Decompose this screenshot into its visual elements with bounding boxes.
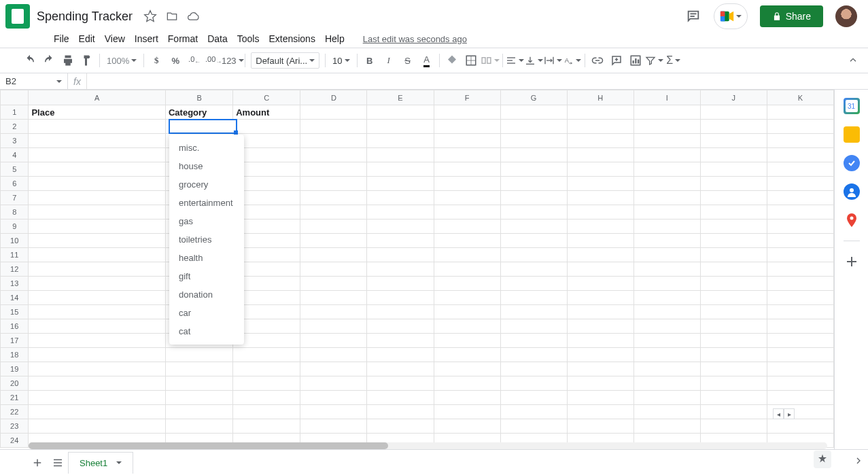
row-header[interactable]: 20 [1,376,29,391]
strikethrough-button[interactable]: S [398,51,417,70]
cell[interactable]: Amount [233,105,300,120]
meet-button[interactable] [714,3,748,29]
cell[interactable] [29,391,166,405]
dropdown-option[interactable]: car [169,304,244,322]
cell[interactable] [700,162,767,177]
sheets-logo[interactable] [5,4,30,29]
cell[interactable] [633,191,700,205]
cell[interactable] [300,205,367,219]
cell[interactable] [29,277,166,291]
zoom-select[interactable]: 100% [103,56,141,66]
cell[interactable] [300,305,367,319]
cell[interactable] [767,205,833,219]
row-header[interactable]: 18 [1,348,29,362]
sheet-tab-menu-icon[interactable] [114,461,122,464]
cell[interactable] [29,248,166,262]
column-header[interactable]: J [700,90,767,105]
cell[interactable] [500,305,567,319]
cell[interactable] [767,362,833,376]
cell[interactable] [29,205,166,219]
cell[interactable] [500,376,567,391]
cell[interactable] [633,248,700,262]
cell[interactable] [633,219,700,234]
cell[interactable] [767,305,833,319]
dropdown-option[interactable]: misc. [169,139,244,157]
cell[interactable] [767,348,833,362]
cell[interactable] [29,291,166,305]
dropdown-option[interactable]: health [169,249,244,267]
cell[interactable] [165,376,232,391]
cell[interactable] [700,419,767,434]
cell[interactable] [633,105,700,120]
insert-chart-button[interactable] [626,51,645,70]
all-sheets-button[interactable] [48,453,68,473]
cell[interactable] [233,405,300,419]
row-header[interactable]: 7 [1,191,29,205]
cell[interactable] [367,334,434,348]
vertical-align-button[interactable] [525,51,544,70]
cell[interactable] [434,334,500,348]
cell[interactable] [633,419,700,434]
cell[interactable] [500,362,567,376]
cell[interactable] [300,148,367,162]
cell[interactable] [367,277,434,291]
cell[interactable] [767,419,833,434]
cell[interactable] [434,105,500,120]
cell[interactable] [165,405,232,419]
move-icon[interactable] [165,10,179,23]
row-header[interactable]: 6 [1,177,29,191]
cell[interactable]: Category [165,105,232,120]
cell[interactable] [633,177,700,191]
cell[interactable] [767,148,833,162]
cell[interactable] [767,234,833,248]
undo-button[interactable] [20,51,39,70]
cell[interactable] [434,419,500,434]
italic-button[interactable]: I [379,51,398,70]
cell[interactable] [367,248,434,262]
cell[interactable] [300,219,367,234]
cell[interactable] [700,248,767,262]
column-header[interactable]: I [633,90,700,105]
row-header[interactable]: 22 [1,405,29,419]
menu-help[interactable]: Help [320,31,349,47]
row-header[interactable]: 14 [1,291,29,305]
cell[interactable] [567,277,633,291]
cell[interactable] [767,319,833,334]
currency-button[interactable]: $ [147,51,166,70]
row-header[interactable]: 8 [1,205,29,219]
cell[interactable] [434,162,500,177]
cell[interactable] [500,234,567,248]
cell[interactable] [367,262,434,277]
cell[interactable] [367,419,434,434]
row-header[interactable]: 21 [1,391,29,405]
cell[interactable] [633,391,700,405]
show-side-panel-button[interactable] [853,455,864,468]
functions-button[interactable]: Σ [664,51,683,70]
spreadsheet-grid[interactable]: ABCDEFGHIJK1PlaceCategoryAmount234567891… [0,90,834,449]
cell[interactable] [434,362,500,376]
row-header[interactable]: 17 [1,334,29,348]
calendar-addon-icon[interactable]: 31 [844,98,860,114]
cell[interactable] [233,348,300,362]
cell[interactable] [700,234,767,248]
dropdown-option[interactable]: gift [169,267,244,285]
cell[interactable] [500,405,567,419]
column-header[interactable]: K [767,90,833,105]
cell[interactable] [567,391,633,405]
cell[interactable] [700,391,767,405]
collapse-toolbar-button[interactable] [844,51,863,70]
text-rotation-button[interactable]: A [563,51,582,70]
cell[interactable] [300,291,367,305]
cell[interactable] [300,391,367,405]
column-header[interactable]: A [29,90,166,105]
cell[interactable] [633,277,700,291]
cell[interactable] [300,134,367,148]
cell[interactable] [434,134,500,148]
cell[interactable] [165,348,232,362]
cell[interactable] [434,305,500,319]
cell[interactable] [367,376,434,391]
cell[interactable] [367,162,434,177]
cell[interactable] [567,234,633,248]
cell[interactable] [700,405,767,419]
dropdown-option[interactable]: grocery [169,175,244,194]
